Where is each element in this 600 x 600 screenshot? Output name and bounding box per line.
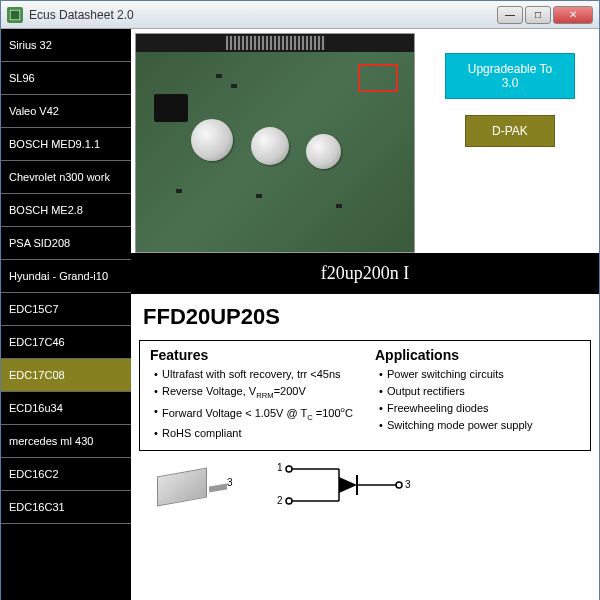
sidebar-item[interactable]: Hyundai - Grand-i10: [1, 260, 131, 293]
pcb-capacitor: [306, 134, 341, 169]
sidebar-item[interactable]: mercedes ml 430: [1, 425, 131, 458]
svg-point-5: [286, 498, 292, 504]
svg-marker-6: [339, 477, 357, 493]
window-body: Sirius 32SL96Valeo V42BOSCH MED9.1.1Chev…: [1, 29, 599, 600]
diagram-row: 3 1 2 3: [131, 451, 599, 517]
pcb-smd: [231, 84, 237, 88]
applications-list: Power switching circuitsOutput rectifier…: [375, 368, 580, 431]
pcb-image: [135, 33, 415, 253]
pin3-label: 3: [405, 479, 411, 490]
package-drawing: 3: [149, 457, 239, 512]
sidebar-item[interactable]: EDC17C08: [1, 359, 131, 392]
application-item: Switching mode power supply: [379, 419, 580, 431]
dpak-button[interactable]: D-PAK: [465, 115, 555, 147]
sidebar-item[interactable]: EDC16C31: [1, 491, 131, 524]
sidebar-item[interactable]: SL96: [1, 62, 131, 95]
pcb-smd: [256, 194, 262, 198]
sidebar-item[interactable]: EDC15C7: [1, 293, 131, 326]
pin1-label: 1: [277, 462, 283, 473]
features-heading: Features: [150, 347, 355, 363]
feature-item: Ultrafast with soft recovery, trr <45ns: [154, 368, 355, 380]
spec-box: Features Ultrafast with soft recovery, t…: [139, 340, 591, 451]
package-pin-label: 3: [227, 477, 233, 488]
sidebar-item[interactable]: Valeo V42: [1, 95, 131, 128]
svg-point-9: [396, 482, 402, 488]
app-icon: [7, 7, 23, 23]
application-item: Power switching circuits: [379, 368, 580, 380]
top-area: Upgradeable To 3.0 D-PAK: [131, 29, 599, 253]
svg-rect-0: [10, 10, 20, 20]
pcb-smd: [336, 204, 342, 208]
application-item: Freewheeling diodes: [379, 402, 580, 414]
main-content: Upgradeable To 3.0 D-PAK f20up200n I FFD…: [131, 29, 599, 600]
schematic-symbol: 1 2 3: [269, 457, 581, 517]
sidebar-item[interactable]: PSA SID208: [1, 227, 131, 260]
pcb-chip: [154, 94, 188, 122]
maximize-button[interactable]: □: [525, 6, 551, 24]
action-buttons: Upgradeable To 3.0 D-PAK: [415, 33, 595, 253]
pcb-smd: [216, 74, 222, 78]
pcb-capacitor: [251, 127, 289, 165]
minimize-button[interactable]: —: [497, 6, 523, 24]
feature-item: Reverse Voltage, VRRM=200V: [154, 385, 355, 400]
window-controls: — □ ✕: [497, 6, 593, 24]
feature-item: Forward Voltage < 1.05V @ TC =100oC: [154, 405, 355, 422]
pcb-smd: [176, 189, 182, 193]
sidebar-item[interactable]: EDC16C2: [1, 458, 131, 491]
component-id-bar: f20up200n I: [131, 253, 599, 294]
titlebar: Ecus Datasheet 2.0 — □ ✕: [1, 1, 599, 29]
package-body: [157, 468, 207, 507]
app-window: Ecus Datasheet 2.0 — □ ✕ Sirius 32SL96Va…: [0, 0, 600, 600]
sidebar-item[interactable]: ECD16u34: [1, 392, 131, 425]
pin2-label: 2: [277, 495, 283, 506]
sidebar-item[interactable]: EDC17C46: [1, 326, 131, 359]
sidebar-item[interactable]: Sirius 32: [1, 29, 131, 62]
pcb-capacitor: [191, 119, 233, 161]
component-highlight-box: [358, 64, 398, 92]
features-list: Ultrafast with soft recovery, trr <45nsR…: [150, 368, 355, 439]
package-lead: [209, 483, 227, 492]
part-number-title: FFD20UP20S: [131, 294, 599, 340]
svg-point-4: [286, 466, 292, 472]
sidebar-item[interactable]: Chevrolet n300 work: [1, 161, 131, 194]
feature-item: RoHS compliant: [154, 427, 355, 439]
close-button[interactable]: ✕: [553, 6, 593, 24]
sidebar-item[interactable]: BOSCH ME2.8: [1, 194, 131, 227]
upgrade-button[interactable]: Upgradeable To 3.0: [445, 53, 575, 99]
sidebar-item[interactable]: BOSCH MED9.1.1: [1, 128, 131, 161]
window-title: Ecus Datasheet 2.0: [29, 8, 497, 22]
pcb-connector: [226, 36, 326, 50]
sidebar: Sirius 32SL96Valeo V42BOSCH MED9.1.1Chev…: [1, 29, 131, 600]
applications-heading: Applications: [375, 347, 580, 363]
application-item: Output rectifiers: [379, 385, 580, 397]
features-column: Features Ultrafast with soft recovery, t…: [140, 341, 365, 450]
applications-column: Applications Power switching circuitsOut…: [365, 341, 590, 450]
